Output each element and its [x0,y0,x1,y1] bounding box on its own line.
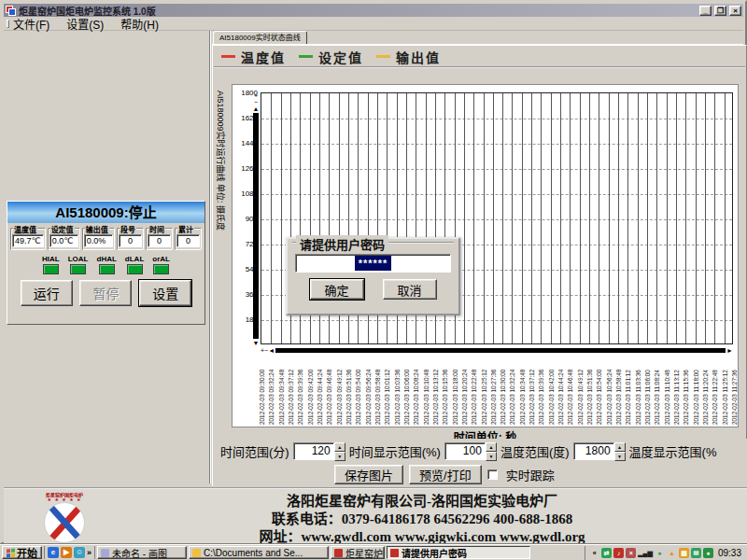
close-button[interactable]: × [729,6,741,16]
x-tick-label: 2012-02-03 11:27:36 [731,352,739,425]
x-tick-label: 2012-02-03 09:56:24 [365,352,373,425]
quick-launch-overflow-icon[interactable]: » [87,548,92,557]
logo-stars: ★ ★ ★ ★ ★ [32,497,97,501]
up-arrow-icon[interactable]: ▲ [253,105,260,112]
media-player-icon[interactable]: ▶ [61,547,72,558]
gridline-h [261,194,732,195]
temp-range-spinner[interactable]: ▲▼ [614,442,626,460]
x-tick-label: 2012-02-03 10:03:36 [394,352,402,425]
x-tick-label: 2012-02-03 11:13:12 [673,352,681,425]
taskbar-task-button[interactable]: C:\Documents and Se... [189,546,329,559]
menu-item[interactable]: 文件(F) [13,16,49,32]
y-tick-label: 360 [233,290,258,299]
network-error-icon[interactable]: × [626,548,636,558]
gridline-v [667,93,668,343]
field-value: 0 [176,234,200,247]
document-icon[interactable]: ▤ [679,548,689,558]
restore-button[interactable]: ❐ [714,6,726,16]
ie-icon[interactable]: e [48,547,59,558]
gridline-v [512,93,513,343]
field-label: 输出值 [85,224,109,234]
gridline-v [705,93,706,343]
save-image-button[interactable]: 保存图片 [334,465,403,484]
legend-item: 输出值 [376,48,441,66]
menu-item[interactable]: 帮助(H) [120,16,159,32]
messenger-icon[interactable]: ☺ [74,547,85,558]
minimize-button[interactable]: _ [699,6,712,16]
device-buttons: 运行 暂停 设置 [7,274,204,306]
pause-button[interactable]: 暂停 [79,280,132,306]
gridline-v [589,93,590,343]
title-bar: 炬星窑炉国炬电炉监控系统 1.0版 _ ❐ × [4,4,743,17]
gridline-v [685,93,686,343]
toolbar-grip[interactable] [7,20,9,28]
taskbar-task-button[interactable]: 请提供用户密码 [387,546,530,559]
cancel-button[interactable]: 取消 [383,279,437,300]
shield-icon[interactable]: ▲ [667,548,677,558]
menu-item[interactable]: 设置(S) [66,16,104,32]
taskbar-tasks: 未命名 - 画图C:\Documents and Se...炬星窑炉国炬电炉监.… [97,546,530,559]
ok-button[interactable]: 确定 [310,279,364,300]
system-tray: «⇄♪×▂▄▆●▲▤✉●09:33 [585,546,745,560]
tab-strip: AI5180009实时状态曲线 [212,31,743,45]
field-value: 49.7℃ [12,234,44,247]
gridline-v [493,93,494,343]
x-tick-label: 2012-02-03 10:13:12 [432,352,440,425]
gridline-v [725,93,726,343]
x-tick-label: 2012-02-03 09:42:00 [307,352,315,425]
paint-icon [101,549,109,557]
gridline-v [502,93,503,343]
field-value: 0 [119,234,142,247]
x-tick-label: 2012-02-03 10:34:48 [519,352,527,425]
alarm-leds: HIALLOALdHALdLALorAL [7,252,204,274]
time-range-input[interactable]: 120 [293,442,334,460]
x-tick-label: 2012-02-03 10:51:36 [586,352,594,425]
task-label: 未命名 - 画图 [112,546,167,559]
down-arrow-icon[interactable]: ▼ [253,340,260,346]
status-green-icon[interactable]: ● [655,548,665,558]
password-input[interactable]: ****** [295,254,451,273]
mail-icon[interactable]: ✉ [691,548,701,558]
sync-icon[interactable]: ⇄ [601,548,612,558]
update-icon[interactable]: ● [703,548,713,558]
temp-range-input[interactable]: 1800 [573,442,614,460]
field-label: 段号 [120,224,136,234]
field-group: 输出值0.0% [82,228,115,250]
password-dialog-title: 请提供用户密码 [296,235,388,253]
preview-print-button[interactable]: 预览/打印 [409,465,482,484]
time-display-input[interactable]: 100 [444,442,486,460]
x-tick-label: 2012-02-03 09:49:12 [336,352,344,425]
x-tick-label: 2012-02-03 10:10:48 [423,352,430,425]
volume-muted-icon[interactable]: ♪ [613,548,624,558]
chart-controls: 时间范围(分) 120▲▼ 时间显示范围(%) 100▲▼ 温度范围(度) 18… [213,439,747,487]
gridline-v [281,93,282,343]
gridline-v [647,93,648,343]
legend-label: 设定值 [318,48,363,66]
field-group: 设定值0.0℃ [48,228,80,250]
zoom-out-icon[interactable]: − [254,99,258,105]
x-tick-label: 2012-02-03 09:39:36 [297,352,304,425]
signal-icon[interactable]: ▂▄▆ [638,548,653,558]
taskbar-clock: 09:33 [715,548,741,558]
setup-button[interactable]: 设置 [139,280,191,306]
gridline-v [560,93,561,343]
gridline-v [638,93,639,343]
time-range-spinner[interactable]: ▲▼ [334,442,345,460]
realtime-track-checkbox[interactable] [487,469,498,480]
legend-label: 温度值 [241,48,286,66]
footer-text: 洛阳炬星窑炉有限公司-洛阳国炬实验电炉厂 联系电话：0379-64186178 … [106,493,738,546]
time-display-spinner[interactable]: ▲▼ [486,442,497,460]
footer: 炬星窑炉国炬电炉 ★ ★ ★ ★ ★ 洛阳炬星窑炉有限公司-洛阳国炬实验电炉厂 … [4,487,747,544]
gridline-v [464,93,465,343]
x-tick-label: 2012-02-03 10:58:48 [615,352,623,425]
taskbar-task-button[interactable]: 未命名 - 画图 [97,546,187,559]
run-button[interactable]: 运行 [21,280,73,306]
x-tick-label: 2012-02-03 11:08:24 [654,352,661,425]
start-button[interactable]: 开始 [2,546,42,559]
taskbar-task-button[interactable]: 炬星窑炉国炬电炉监.. [331,546,385,559]
tab-realtime-curve[interactable]: AI5180009实时状态曲线 [213,31,307,45]
tray-chevron-icon[interactable]: « [589,548,599,558]
splitter[interactable] [209,31,211,483]
gridline-v [531,93,532,343]
gridline-v [541,93,542,343]
